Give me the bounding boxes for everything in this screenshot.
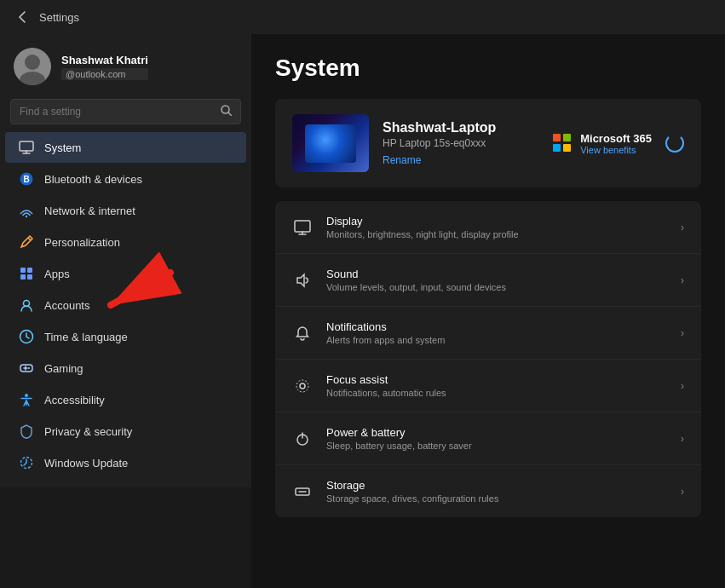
sidebar-item-label: Apps xyxy=(44,268,70,280)
privacy-icon xyxy=(19,424,34,439)
settings-item-desc: Alerts from apps and system xyxy=(326,335,667,345)
settings-item-text: Focus assist Notifications, automatic ru… xyxy=(326,373,667,398)
user-name: Shashwat Khatri xyxy=(61,54,148,66)
settings-item-text: Display Monitors, brightness, night ligh… xyxy=(326,215,667,239)
svg-point-8 xyxy=(26,216,27,217)
sound-icon xyxy=(292,270,313,291)
gaming-icon xyxy=(19,360,34,376)
sidebar-item-label: Accessibility xyxy=(44,394,105,406)
settings-item-text: Power & battery Sleep, battery usage, ba… xyxy=(326,426,667,451)
sidebar-item-label: Bluetooth & devices xyxy=(44,173,142,186)
settings-list: Display Monitors, brightness, night ligh… xyxy=(275,201,701,517)
svg-point-1 xyxy=(25,55,40,70)
svg-marker-21 xyxy=(297,274,304,286)
settings-item-focus[interactable]: Focus assist Notifications, automatic ru… xyxy=(275,360,701,412)
ms365-logo[interactable]: Microsoft 365 View benefits xyxy=(553,132,652,155)
chevron-right-icon: › xyxy=(681,486,684,498)
sidebar-item-label: Time & language xyxy=(44,331,128,343)
sidebar-item-time[interactable]: Time & language xyxy=(5,321,246,352)
user-email: @outlook.com xyxy=(61,68,148,80)
sidebar-item-label: Windows Update xyxy=(44,457,128,470)
display-icon xyxy=(292,217,313,238)
nav-list: System B Bluetooth & devices Network & i… xyxy=(0,131,251,479)
svg-rect-5 xyxy=(20,141,33,151)
ms365-text: Microsoft 365 View benefits xyxy=(580,132,652,155)
svg-point-16 xyxy=(28,367,30,369)
device-thumbnail xyxy=(292,114,369,172)
sidebar-item-label: Personalization xyxy=(44,236,120,249)
settings-item-title: Power & battery xyxy=(326,426,667,439)
svg-rect-20 xyxy=(295,221,310,232)
personalization-icon xyxy=(19,234,34,250)
user-info: Shashwat Khatri @outlook.com xyxy=(61,54,148,80)
settings-item-desc: Sleep, battery usage, battery saver xyxy=(326,441,667,451)
bluetooth-icon: B xyxy=(19,171,34,187)
sidebar-item-label: Gaming xyxy=(44,362,83,375)
title-bar: Settings xyxy=(0,0,725,34)
storage-icon xyxy=(292,481,313,502)
apps-icon xyxy=(19,266,34,281)
sidebar-item-label: Network & internet xyxy=(44,205,135,217)
device-rename-button[interactable]: Rename xyxy=(383,154,496,166)
content-area: System Shashwat-Laptop HP Laptop 15s-eq0… xyxy=(251,34,725,588)
settings-item-power[interactable]: Power & battery Sleep, battery usage, ba… xyxy=(275,412,701,465)
time-icon xyxy=(19,329,34,344)
search-icon xyxy=(221,105,232,118)
user-profile[interactable]: Shashwat Khatri @outlook.com xyxy=(0,34,251,95)
device-left: Shashwat-Laptop HP Laptop 15s-eq0xxx Ren… xyxy=(292,114,496,172)
app-title: Settings xyxy=(39,11,79,24)
accessibility-icon xyxy=(19,392,34,407)
search-box[interactable] xyxy=(10,99,241,124)
sidebar: Shashwat Khatri @outlook.com System B Bl… xyxy=(0,34,251,487)
settings-item-notifications[interactable]: Notifications Alerts from apps and syste… xyxy=(275,307,701,360)
settings-item-storage[interactable]: Storage Storage space, drives, configura… xyxy=(275,465,701,517)
ms365-name: Microsoft 365 xyxy=(580,132,652,145)
sidebar-item-bluetooth[interactable]: B Bluetooth & devices xyxy=(5,164,246,194)
svg-text:B: B xyxy=(23,175,29,184)
settings-item-text: Notifications Alerts from apps and syste… xyxy=(326,320,667,345)
settings-item-desc: Storage space, drives, configuration rul… xyxy=(326,493,667,504)
sidebar-item-personalization[interactable]: Personalization xyxy=(5,227,246,257)
sidebar-item-accessibility[interactable]: Accessibility xyxy=(5,384,246,415)
back-button[interactable] xyxy=(14,9,31,26)
sidebar-item-privacy[interactable]: Privacy & security xyxy=(5,416,246,447)
chevron-right-icon: › xyxy=(681,380,684,392)
settings-item-text: Sound Volume levels, output, input, soun… xyxy=(326,268,667,292)
sidebar-item-label: System xyxy=(44,141,81,154)
settings-item-desc: Notifications, automatic rules xyxy=(326,388,667,398)
device-right: Microsoft 365 View benefits xyxy=(553,132,684,155)
chevron-right-icon: › xyxy=(681,274,684,286)
sidebar-item-network[interactable]: Network & internet xyxy=(5,195,246,226)
settings-item-display[interactable]: Display Monitors, brightness, night ligh… xyxy=(275,201,701,254)
settings-item-title: Storage xyxy=(326,479,667,492)
network-icon xyxy=(19,203,34,218)
settings-item-text: Storage Storage space, drives, configura… xyxy=(326,479,667,504)
search-input[interactable] xyxy=(20,106,214,118)
main-layout: Shashwat Khatri @outlook.com System B Bl… xyxy=(0,34,725,588)
device-card: Shashwat-Laptop HP Laptop 15s-eq0xxx Ren… xyxy=(275,99,701,187)
ms365-squares-icon xyxy=(553,134,572,153)
svg-rect-12 xyxy=(27,274,32,280)
sidebar-item-label: Privacy & security xyxy=(44,425,132,438)
sidebar-item-gaming[interactable]: Gaming xyxy=(5,353,246,383)
chevron-right-icon: › xyxy=(681,327,684,339)
sidebar-item-accounts[interactable]: Accounts xyxy=(5,290,246,320)
settings-item-title: Sound xyxy=(326,268,667,280)
avatar xyxy=(14,48,51,85)
device-model: HP Laptop 15s-eq0xxx xyxy=(383,137,496,149)
settings-item-desc: Volume levels, output, input, sound devi… xyxy=(326,282,667,292)
ms365-link[interactable]: View benefits xyxy=(580,145,652,155)
sidebar-item-system[interactable]: System xyxy=(5,132,246,163)
device-info: Shashwat-Laptop HP Laptop 15s-eq0xxx Ren… xyxy=(383,120,496,166)
notifications-icon xyxy=(292,323,313,343)
chevron-right-icon: › xyxy=(681,222,684,233)
update-icon xyxy=(19,455,34,470)
focus-icon xyxy=(292,376,313,396)
settings-item-title: Display xyxy=(326,215,667,228)
settings-item-sound[interactable]: Sound Volume levels, output, input, soun… xyxy=(275,254,701,307)
svg-rect-10 xyxy=(27,268,32,273)
settings-item-desc: Monitors, brightness, night light, displ… xyxy=(326,229,667,239)
refresh-icon[interactable] xyxy=(665,134,684,153)
sidebar-item-apps[interactable]: Apps xyxy=(5,258,246,289)
sidebar-item-update[interactable]: Windows Update xyxy=(5,447,246,478)
